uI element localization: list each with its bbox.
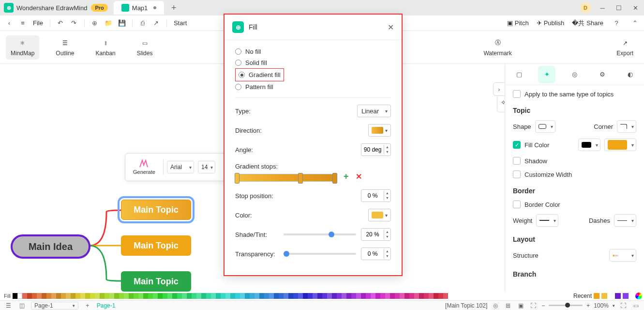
panel-tab-ai[interactable]: ✦ (538, 66, 555, 83)
palette-swatch[interactable] (361, 293, 366, 299)
font-select[interactable]: Arial (167, 161, 194, 173)
palette-swatch[interactable] (293, 293, 298, 299)
palette-swatch[interactable] (255, 293, 259, 299)
palette-swatch[interactable] (240, 293, 245, 299)
font-size-select[interactable]: 14 (198, 161, 215, 173)
print-button[interactable]: ⎙ (137, 18, 148, 29)
minimize-button[interactable]: ─ (598, 3, 607, 13)
tab-map1[interactable]: Map1 (114, 1, 165, 15)
palette-swatch[interactable] (351, 293, 356, 299)
help-button[interactable]: ? (611, 18, 622, 29)
palette-swatch[interactable] (124, 293, 129, 299)
radio-solid-fill[interactable]: Solid fill (235, 57, 391, 68)
direction-select[interactable]: ▾ (368, 124, 391, 137)
palette-swatch[interactable] (211, 293, 216, 299)
grid-view-button[interactable]: ⊞ (504, 302, 512, 310)
panel-toggle-button[interactable]: ◫ (17, 302, 26, 310)
redo-button[interactable]: ↷ (69, 18, 79, 29)
palette-swatch[interactable] (327, 293, 332, 299)
palette-swatch[interactable] (158, 293, 163, 299)
generate-button[interactable]: Generate (129, 157, 159, 177)
palette-swatch[interactable] (245, 293, 250, 299)
angle-spinner[interactable]: ▲▼ (361, 143, 391, 156)
palette-swatch[interactable] (167, 293, 172, 299)
palette-swatch[interactable] (109, 293, 114, 299)
topic-node-1[interactable]: Main Topic (121, 200, 191, 220)
palette-swatch[interactable] (201, 293, 206, 299)
pitch-button[interactable]: ▣Pitch (507, 19, 529, 27)
palette-swatch[interactable] (419, 293, 424, 299)
palette-swatch[interactable] (75, 293, 80, 299)
apply-same-checkbox[interactable] (513, 90, 521, 98)
palette-swatch[interactable] (356, 293, 361, 299)
panel-tab-tag[interactable]: ◎ (566, 66, 583, 83)
palette-swatch[interactable] (429, 293, 434, 299)
palette-swatch[interactable] (95, 293, 100, 299)
transparency-spinner[interactable]: ▲▼ (361, 248, 391, 260)
palette-swatch[interactable] (138, 293, 143, 299)
palette-swatch[interactable] (66, 293, 71, 299)
recent-swatch-1[interactable] (594, 293, 599, 299)
view-kanban[interactable]: ⦀ Kanban (90, 35, 120, 60)
palette-swatch[interactable] (380, 293, 385, 299)
customize-width-checkbox[interactable] (513, 170, 521, 178)
view-export[interactable]: ↗ Export (612, 35, 638, 60)
view-watermark[interactable]: Ⓐ Watermark (479, 35, 516, 60)
topic-node-3[interactable]: Main Topic (121, 271, 191, 292)
palette-swatch[interactable] (279, 293, 284, 299)
palette-swatch[interactable] (409, 293, 414, 299)
menu-button[interactable]: ≡ (17, 18, 28, 29)
structure-select[interactable]: ▪═ (609, 249, 636, 262)
open-button[interactable]: 📁 (103, 18, 114, 29)
radio-pattern-fill[interactable]: Pattern fill (235, 81, 391, 93)
palette-swatch[interactable] (56, 293, 61, 299)
shade-slider[interactable] (284, 233, 356, 235)
publish-button[interactable]: ✈Publish (537, 19, 565, 27)
color-picker-button[interactable] (635, 293, 642, 299)
fit-view-button[interactable]: ◎ (491, 302, 500, 310)
palette-swatch[interactable] (443, 293, 448, 299)
gradient-stop-3[interactable] (332, 173, 337, 184)
panel-tab-style[interactable]: ▢ (510, 66, 528, 83)
export-button[interactable]: ↗ (151, 18, 162, 29)
palette-swatch[interactable] (216, 293, 221, 299)
radio-gradient-fill[interactable]: Gradient fill (239, 69, 281, 80)
palette-swatch[interactable] (105, 293, 109, 299)
palette-swatch[interactable] (225, 293, 230, 299)
panel-tab-history[interactable]: ◐ (621, 66, 639, 83)
back-button[interactable]: ‹ (4, 18, 15, 29)
fill-color-checkbox[interactable]: ✓ (513, 141, 521, 149)
fit-page-button[interactable]: ▭ (631, 302, 640, 310)
palette-swatch[interactable] (148, 293, 153, 299)
user-avatar[interactable]: D (580, 2, 591, 13)
maximize-button[interactable]: ☐ (614, 3, 624, 13)
corner-select[interactable] (617, 120, 636, 133)
palette-swatch[interactable] (434, 293, 438, 299)
palette-swatch[interactable] (298, 293, 303, 299)
fullscreen-button[interactable]: ⛶ (619, 302, 628, 310)
palette-swatch[interactable] (37, 293, 42, 299)
palette-swatch[interactable] (221, 293, 225, 299)
page-dropdown[interactable]: Page-1▾ (31, 302, 78, 310)
palette-swatch[interactable] (32, 293, 37, 299)
palette-swatch[interactable] (119, 293, 124, 299)
palette-swatch[interactable] (172, 293, 177, 299)
palette-swatch[interactable] (46, 293, 51, 299)
expand-panel-handle[interactable]: › (493, 82, 505, 96)
palette-swatch[interactable] (235, 293, 240, 299)
palette-swatch[interactable] (308, 293, 313, 299)
palette-swatch[interactable] (177, 293, 182, 299)
radio-no-fill[interactable]: No fill (235, 46, 391, 57)
palette-swatch[interactable] (274, 293, 279, 299)
palette-swatch[interactable] (424, 293, 429, 299)
palette-swatch[interactable] (230, 293, 235, 299)
palette-swatch[interactable] (317, 293, 322, 299)
palette-swatch[interactable] (438, 293, 443, 299)
topic-node-2[interactable]: Main Topic (121, 235, 191, 256)
weight-select[interactable] (536, 214, 558, 227)
palette-swatch[interactable] (400, 293, 404, 299)
transparency-slider[interactable] (284, 253, 356, 255)
palette-swatch[interactable] (163, 293, 167, 299)
recent-swatch-2[interactable] (601, 293, 607, 299)
gradient-stop-2[interactable] (298, 173, 303, 184)
